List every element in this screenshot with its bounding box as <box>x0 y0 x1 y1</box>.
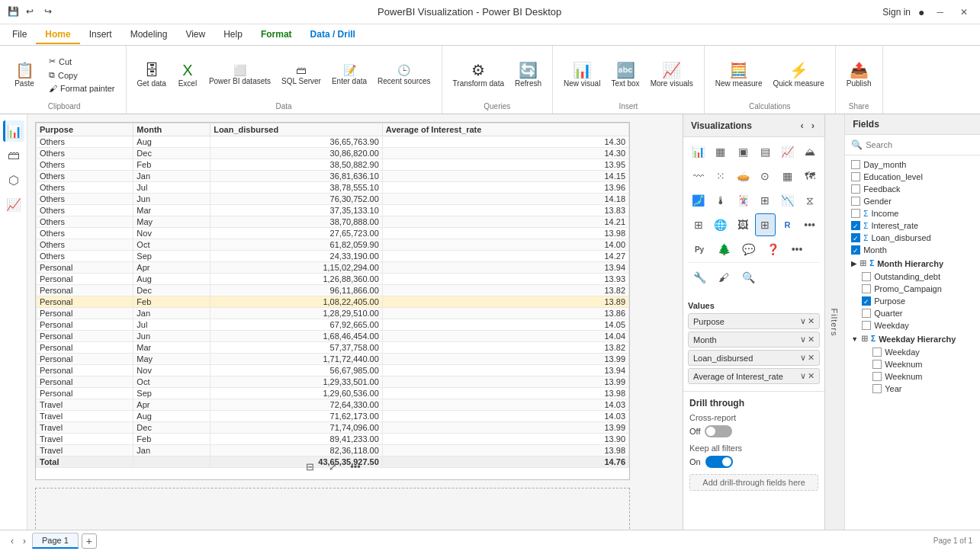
viz-stacked-bar[interactable]: ▦ <box>710 140 731 163</box>
field-item-loan_disbursed[interactable]: ✓ΣLoan_disbursed <box>845 232 980 244</box>
focus-mode-button[interactable]: ⤢ <box>323 457 342 476</box>
viz-clustered-bar[interactable]: ▣ <box>732 140 753 163</box>
viz-azure-map[interactable]: 🌐 <box>710 213 731 236</box>
redo-icon[interactable]: ↪ <box>44 6 56 18</box>
metrics-view-icon[interactable]: 📈 <box>3 194 24 215</box>
viz-image[interactable]: 🖼 <box>732 213 753 236</box>
refresh-button[interactable]: 🔄 Refresh <box>510 59 546 91</box>
viz-area-chart[interactable]: ⛰ <box>799 140 820 163</box>
viz-gauge[interactable]: 🌡 <box>710 189 731 212</box>
field-checkbox[interactable] <box>851 209 860 218</box>
field-item-year[interactable]: Year <box>845 383 980 395</box>
tab-insert[interactable]: Insert <box>80 26 121 44</box>
viz-multi-card[interactable]: ⊞ <box>755 189 776 212</box>
cross-report-toggle[interactable] <box>705 425 732 437</box>
enter-data-button[interactable]: 📝 Enter data <box>327 62 371 88</box>
tab-home[interactable]: Home <box>36 26 79 44</box>
viz-extra[interactable]: ••• <box>786 238 808 261</box>
viz-bar-chart[interactable]: 📊 <box>688 140 708 163</box>
viz-scatter[interactable]: ⁙ <box>710 165 731 187</box>
viz-qna[interactable]: ❓ <box>761 238 784 261</box>
viz-treemap[interactable]: ▦ <box>777 165 798 187</box>
minimize-button[interactable]: ─ <box>932 5 948 19</box>
field-checkbox[interactable]: ✓ <box>851 233 860 242</box>
field-checkbox[interactable] <box>862 272 871 281</box>
viz-table[interactable]: ⊞ <box>755 213 776 236</box>
viz-r-visual[interactable]: R <box>777 213 798 236</box>
paste-button[interactable]: 📋 Paste <box>9 52 40 98</box>
report-view-icon[interactable]: 📊 <box>3 120 24 142</box>
viz-analytics-icon[interactable]: 🔍 <box>737 266 760 289</box>
undo-icon[interactable]: ↩ <box>26 6 38 18</box>
viz-100pct-bar[interactable]: ▤ <box>755 140 776 163</box>
field-item-weeknum[interactable]: Weeknum <box>845 358 980 370</box>
keep-filters-toggle[interactable] <box>705 456 733 468</box>
format-painter-button[interactable]: 🖌 Format painter <box>44 82 120 95</box>
add-page-button[interactable]: + <box>82 533 97 549</box>
month-close[interactable]: ✕ <box>808 335 815 344</box>
field-checkbox[interactable] <box>872 360 882 369</box>
field-checkbox[interactable]: ✓ <box>851 221 860 230</box>
viz-decomp-tree[interactable]: 🌲 <box>712 238 735 261</box>
field-item-weeknum[interactable]: Weeknum <box>845 370 980 383</box>
viz-build-icon[interactable]: 🔧 <box>688 266 711 289</box>
field-item-gender[interactable]: Gender <box>845 195 980 207</box>
more-visuals-button[interactable]: 📈 More visuals <box>646 59 698 91</box>
field-checkbox[interactable] <box>851 197 860 206</box>
field-item-quarter[interactable]: Quarter <box>845 307 980 319</box>
viz-smart-narrative[interactable]: 💬 <box>737 238 760 261</box>
copy-button[interactable]: ⧉ Copy <box>44 69 120 82</box>
get-data-button[interactable]: 🗄 Get data <box>133 59 171 91</box>
viz-matrix[interactable]: ⊞ <box>688 213 708 236</box>
field-item-purpose[interactable]: ✓Purpose <box>845 295 980 307</box>
viz-python[interactable]: Py <box>688 238 711 261</box>
viz-pane-next[interactable]: › <box>809 119 817 132</box>
field-checkbox[interactable]: ✓ <box>862 296 871 306</box>
viz-more[interactable]: ••• <box>799 213 820 236</box>
viz-filled-map[interactable]: 🗾 <box>688 189 708 212</box>
month-chevron[interactable]: ∨ <box>800 335 806 344</box>
tab-view[interactable]: View <box>176 26 214 44</box>
viz-donut[interactable]: ⊙ <box>755 165 776 187</box>
text-box-button[interactable]: 🔤 Text box <box>606 59 644 91</box>
field-checkbox[interactable] <box>851 160 860 169</box>
field-item-interest_rate[interactable]: ✓ΣInterest_rate <box>845 219 980 232</box>
tab-format[interactable]: Format <box>252 26 301 44</box>
field-checkbox[interactable] <box>862 284 871 293</box>
purpose-chevron[interactable]: ∨ <box>800 316 806 326</box>
sign-in-button[interactable]: Sign in <box>882 7 911 18</box>
quick-measure-button[interactable]: ⚡ Quick measure <box>768 59 828 91</box>
page-next-button[interactable]: › <box>20 534 29 548</box>
add-drill-fields[interactable]: Add drill-through fields here <box>689 474 818 491</box>
viz-pie[interactable]: 🥧 <box>732 165 753 187</box>
field-item-outstanding_debt[interactable]: Outstanding_debt <box>845 271 980 283</box>
field-checkbox[interactable] <box>872 384 882 393</box>
tab-file[interactable]: File <box>3 26 36 44</box>
fields-search-input[interactable] <box>866 140 974 149</box>
close-button[interactable]: ✕ <box>956 5 972 19</box>
publish-button[interactable]: 📤 Publish <box>842 59 876 91</box>
tab-help[interactable]: Help <box>214 26 252 44</box>
field-item-income[interactable]: ΣIncome <box>845 207 980 219</box>
field-item-feedback[interactable]: Feedback <box>845 183 980 195</box>
field-group-month-hierarchy[interactable]: ▶⊞ΣMonth Hierarchy <box>845 256 980 271</box>
field-checkbox[interactable] <box>862 321 871 330</box>
field-item-promo_campaign[interactable]: Promo_Campaign <box>845 283 980 295</box>
power-bi-datasets-button[interactable]: ⬜ Power BI datasets <box>204 62 275 88</box>
tab-datadrill[interactable]: Data / Drill <box>301 26 365 44</box>
viz-kpi[interactable]: 📉 <box>777 189 798 212</box>
recent-sources-button[interactable]: 🕒 Recent sources <box>373 62 435 88</box>
page-1-tab[interactable]: Page 1 <box>32 533 79 549</box>
save-icon[interactable]: 💾 <box>8 6 20 18</box>
tab-modeling[interactable]: Modeling <box>121 26 177 44</box>
loan-close[interactable]: ✕ <box>808 353 815 363</box>
more-options-button[interactable]: ••• <box>346 457 365 476</box>
sql-server-button[interactable]: 🗃 SQL Server <box>277 62 326 88</box>
excel-button[interactable]: X Excel <box>172 59 203 91</box>
field-item-education_level[interactable]: Education_level <box>845 171 980 183</box>
field-checkbox[interactable]: ✓ <box>851 245 860 255</box>
page-prev-button[interactable]: ‹ <box>8 534 17 548</box>
model-view-icon[interactable]: ⬡ <box>3 169 24 191</box>
field-checkbox[interactable] <box>851 184 860 194</box>
field-item-day_month[interactable]: Day_month <box>845 159 980 171</box>
